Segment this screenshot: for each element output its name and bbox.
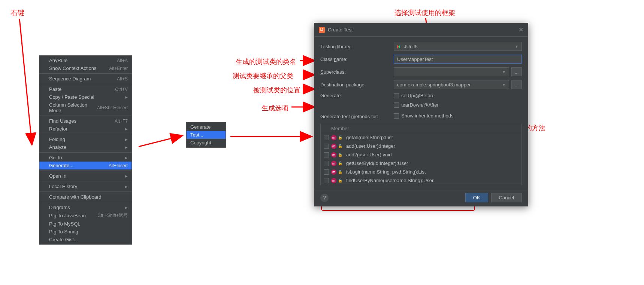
chevron-down-icon: ▼ <box>502 83 506 87</box>
menu-separator <box>39 191 131 192</box>
menu-item-label: Column Selection Mode <box>49 102 97 113</box>
svg-line-2 <box>139 136 182 147</box>
menu-item-label: Paste <box>49 86 115 92</box>
menu-item-folding[interactable]: Folding▸ <box>39 135 131 143</box>
chevron-right-icon: ▸ <box>125 205 128 210</box>
menu-item-copy-paste-special[interactable]: Copy / Paste Special▸ <box>39 93 131 101</box>
method-icon: m <box>331 144 336 149</box>
member-row[interactable]: m🔒add2(user:User):void <box>321 150 521 159</box>
member-signature: add2(user:User):void <box>346 152 391 157</box>
label-superclass: Superclass: <box>320 69 394 75</box>
member-checkbox[interactable] <box>324 144 329 149</box>
menu-item-generate-[interactable]: Generate...Alt+Insert <box>39 162 131 169</box>
menu-item-column-selection-mode[interactable]: Column Selection ModeAlt+Shift+Insert <box>39 101 131 114</box>
regex-icon <box>42 58 47 63</box>
teardown-label: tearDown/@After <box>401 102 439 108</box>
menu-item-show-context-actions[interactable]: Show Context ActionsAlt+Enter <box>39 64 131 72</box>
context-menu: AnyRuleAlt+AShow Context ActionsAlt+Ente… <box>39 55 132 245</box>
show-inherited-checkbox[interactable] <box>394 113 399 119</box>
menu-separator <box>39 202 131 202</box>
label-gen-methods: Generate test methods for: <box>320 114 394 119</box>
menu-item-label: Local History <box>49 184 123 189</box>
menu-shortcut: Alt+Enter <box>109 66 128 71</box>
setup-label: setUp/@Before <box>401 93 435 98</box>
menu-item-diagrams[interactable]: Diagrams▸ <box>39 203 131 211</box>
menu-item-refactor[interactable]: Refactor▸ <box>39 125 131 133</box>
menu-separator <box>39 73 131 74</box>
member-row[interactable]: m🔒add(user:User):Integer <box>321 142 521 150</box>
member-row[interactable]: m🔒getAll(rule:String):List <box>321 133 521 142</box>
ok-button[interactable]: OK <box>465 193 488 202</box>
menu-item-paste[interactable]: PasteCtrl+V <box>39 85 131 93</box>
lock-icon: 🔒 <box>338 153 342 157</box>
menu-shortcut: Alt+A <box>117 58 128 63</box>
menu-separator <box>39 84 131 84</box>
gen-item-generate[interactable]: Generate <box>187 123 226 131</box>
menu-separator <box>39 181 131 181</box>
chevron-right-icon: ▸ <box>125 184 128 189</box>
menu-item-find-usages[interactable]: Find UsagesAlt+F7 <box>39 117 131 125</box>
menu-item-open-in[interactable]: Open In▸ <box>39 172 131 180</box>
label-generate: Generate: <box>320 93 394 98</box>
dest-package-dropdown[interactable]: com.example.springboot3.mapper ▼ <box>394 80 509 89</box>
member-checkbox[interactable] <box>324 169 329 175</box>
menu-item-ptg-to-javabean[interactable]: Ptg To JavaBeanCtrl+Shift+返号 <box>39 211 131 220</box>
gen-item-copyright[interactable]: Copyright <box>187 139 226 147</box>
superclass-dropdown[interactable]: ▼ <box>394 67 509 76</box>
menu-item-local-history[interactable]: Local History▸ <box>39 183 131 190</box>
annotation-select-framework: 选择测试使用的框架 <box>394 8 455 17</box>
menu-shortcut: Alt+Insert <box>109 163 128 168</box>
menu-shortcut: Ctrl+V <box>115 87 128 92</box>
menu-item-compare-with-clipboard[interactable]: Compare with Clipboard <box>39 193 131 201</box>
menu-item-label: Ptg To MySQL <box>49 221 128 227</box>
menu-item-label: Analyze <box>49 144 123 150</box>
method-icon: m <box>331 161 336 166</box>
junit-icon <box>397 44 402 49</box>
close-icon[interactable]: ✕ <box>518 26 523 33</box>
dialog-body: Testing library: JUnit5 ▼ Class name: Us… <box>314 37 528 189</box>
menu-separator <box>39 171 131 171</box>
dest-package-browse-button[interactable]: ... <box>511 80 522 89</box>
member-checkbox[interactable] <box>324 135 329 140</box>
chevron-down-icon: ▼ <box>502 70 506 74</box>
member-checkbox[interactable] <box>324 152 329 157</box>
menu-item-label: Ptg To Spring <box>49 229 128 235</box>
member-row[interactable]: m🔒isLogin(name:String, pwd:String):List <box>321 168 521 176</box>
menu-item-ptg-to-mysql[interactable]: Ptg To MySQL <box>39 220 131 228</box>
member-row[interactable]: m🔒getUserById(id:Integer):User <box>321 159 521 168</box>
menu-shortcut: Alt+Shift+Insert <box>97 105 128 110</box>
library-value: JUnit5 <box>404 44 418 49</box>
menu-item-label: Ptg To JavaBean <box>49 213 97 218</box>
method-icon: m <box>331 178 336 183</box>
menu-separator <box>39 134 131 134</box>
menu-item-anyrule[interactable]: AnyRuleAlt+A <box>39 56 131 64</box>
member-checkbox[interactable] <box>324 161 329 166</box>
cancel-button[interactable]: Cancel <box>491 193 522 202</box>
member-signature: getUserById(id:Integer):User <box>346 160 408 166</box>
superclass-browse-button[interactable]: ... <box>511 67 522 76</box>
menu-item-go-to[interactable]: Go To▸ <box>39 154 131 162</box>
menu-item-label: Open In <box>49 173 123 179</box>
menu-item-analyze[interactable]: Analyze▸ <box>39 143 131 151</box>
show-inherited-label: Show inherited methods <box>401 113 453 119</box>
class-name-input[interactable]: UserMapperTest <box>394 55 522 64</box>
chevron-right-icon: ▸ <box>125 94 128 100</box>
annotation-right-click: 右键 <box>11 8 24 17</box>
chevron-down-icon: ▼ <box>515 45 518 49</box>
member-checkbox[interactable] <box>324 178 329 183</box>
menu-item-sequence-diagram[interactable]: Sequence DiagramAlt+S <box>39 75 131 83</box>
help-button[interactable]: ? <box>320 194 329 202</box>
chevron-right-icon: ▸ <box>125 144 128 150</box>
chevron-right-icon: ▸ <box>125 155 128 160</box>
dialog-header: IJ Create Test ✕ <box>314 23 528 37</box>
testing-library-dropdown[interactable]: JUnit5 ▼ <box>394 42 522 51</box>
chevron-right-icon: ▸ <box>125 126 128 132</box>
teardown-checkbox[interactable] <box>394 102 399 108</box>
menu-item-create-gist-[interactable]: Create Gist... <box>39 236 131 243</box>
setup-checkbox[interactable] <box>394 93 399 98</box>
annotation-generate: 生成选项 <box>261 104 288 113</box>
menu-shortcut: Ctrl+Shift+返号 <box>97 212 128 219</box>
menu-item-ptg-to-spring[interactable]: Ptg To Spring <box>39 228 131 236</box>
member-row[interactable]: m🔒findUserByName(username:String):User <box>321 176 521 185</box>
gen-item-test-[interactable]: Test... <box>187 131 226 139</box>
